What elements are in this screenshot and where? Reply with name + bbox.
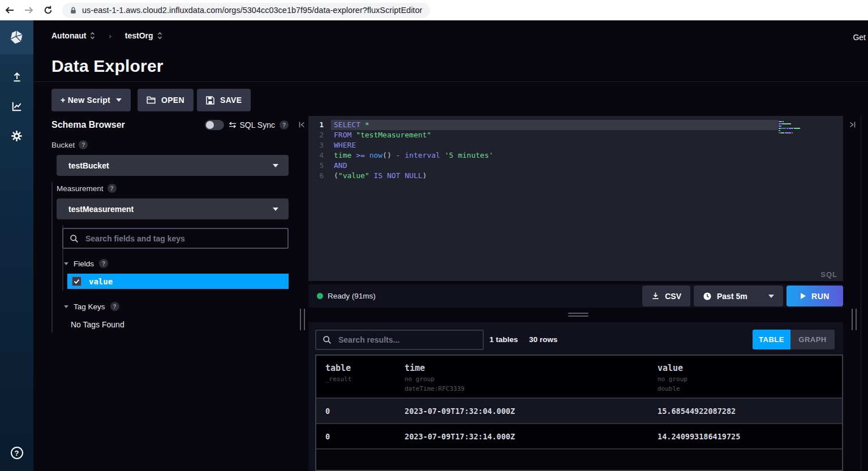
code-token: FROM <box>334 131 351 139</box>
sql-editor[interactable]: 123456 SELECT *FROM "testMeasurement"WHE… <box>308 116 843 281</box>
url-bar[interactable]: us-east-1-1.aws.cloud2.influxdata.com/or… <box>62 3 430 18</box>
minimap-line <box>779 123 806 124</box>
minimap-line <box>779 120 806 122</box>
table-cell: 0 <box>325 432 405 441</box>
editor-code-line[interactable]: WHERE <box>331 140 778 150</box>
vertical-splitter-handle[interactable] <box>852 309 857 330</box>
csv-download-button[interactable]: CSV <box>642 286 690 306</box>
explore-graph-icon[interactable] <box>0 92 33 121</box>
results-search-input[interactable] <box>315 330 484 350</box>
page-title: Data Explorer <box>51 57 164 76</box>
breadcrumb: Autonaut › testOrg <box>51 31 162 40</box>
code-token: * <box>365 120 369 129</box>
editor-line-number: 2 <box>308 130 331 140</box>
tab-graph[interactable]: GRAPH <box>790 330 835 349</box>
run-button[interactable]: RUN <box>787 286 843 306</box>
settings-gear-icon[interactable] <box>0 121 33 150</box>
upload-icon[interactable] <box>0 62 33 92</box>
open-button[interactable]: OPEN <box>137 89 194 111</box>
help-glyph: ? <box>113 304 116 310</box>
sql-sync-label: SQL Sync <box>239 120 275 129</box>
fields-section-header[interactable]: Fields ? <box>64 259 108 268</box>
editor-code-line[interactable]: ("value" IS NOT NULL) <box>331 171 778 181</box>
bucket-dropdown[interactable]: testBucket <box>57 155 289 176</box>
bucket-selected-value: testBucket <box>68 161 109 170</box>
influxdb-logo[interactable] <box>0 20 33 54</box>
chevron-down-icon <box>273 208 278 211</box>
vertical-splitter-handle[interactable] <box>300 309 305 330</box>
help-glyph: ? <box>110 185 113 192</box>
code-token <box>440 151 445 159</box>
checkbox-check-icon <box>73 278 80 285</box>
sort-chevrons-icon <box>157 32 162 40</box>
field-item-value[interactable]: value <box>67 274 289 289</box>
schema-browser-title: Schema Browser <box>51 120 125 130</box>
breadcrumb-org-label: testOrg <box>125 31 153 40</box>
save-button[interactable]: SAVE <box>197 89 251 111</box>
tab-table[interactable]: TABLE <box>753 330 790 349</box>
sql-sync-toggle[interactable] <box>205 120 224 130</box>
browser-forward-icon[interactable] <box>19 2 38 19</box>
breadcrumb-org[interactable]: testOrg <box>125 31 162 40</box>
column-subtitle: _result <box>325 375 405 383</box>
minimap-line <box>779 132 806 133</box>
expand-right-panel-icon[interactable] <box>848 120 857 131</box>
code-token <box>365 151 369 159</box>
editor-code-line[interactable]: AND <box>331 161 778 171</box>
measurement-label: Measurement <box>57 184 104 193</box>
time-range-dropdown[interactable]: Past 5m <box>694 286 783 306</box>
results-search <box>315 330 484 350</box>
time-range-value: Past 5m <box>717 292 747 301</box>
collapse-left-panel-icon[interactable] <box>298 120 306 131</box>
breadcrumb-project-label: Autonaut <box>51 31 86 40</box>
new-script-button[interactable]: + New Script <box>51 89 131 111</box>
results-table: table_resulttimeno groupdateTime:RFC3339… <box>315 355 843 471</box>
no-tags-message: No Tags Found <box>71 320 124 329</box>
help-glyph: ? <box>102 261 105 267</box>
help-hint-icon[interactable]: ? <box>79 140 88 149</box>
help-hint-icon[interactable]: ? <box>99 259 108 268</box>
code-token: AND <box>334 161 347 170</box>
lock-icon <box>69 6 78 15</box>
help-hint-icon[interactable]: ? <box>280 120 289 129</box>
table-column-header: table_result <box>325 363 405 397</box>
browser-back-icon[interactable] <box>0 2 19 19</box>
tag-keys-section-header[interactable]: Tag Keys ? <box>64 302 119 311</box>
editor-minimap[interactable] <box>779 120 806 134</box>
editor-code[interactable]: SELECT *FROM "testMeasurement"WHEREtime … <box>331 120 778 181</box>
help-hint-icon[interactable]: ? <box>110 302 119 311</box>
help-icon[interactable]: ? <box>0 438 33 468</box>
code-token: ) <box>423 171 427 180</box>
editor-code-line[interactable]: FROM "testMeasurement" <box>331 130 778 140</box>
minimap-line <box>779 127 806 129</box>
table-cell: 15.68544922087282 <box>658 407 842 416</box>
view-toggle: TABLE GRAPH <box>753 330 835 349</box>
editor-code-line[interactable]: SELECT * <box>331 120 778 130</box>
new-script-label: + New Script <box>61 96 110 105</box>
run-label: RUN <box>811 292 830 301</box>
csv-label: CSV <box>665 292 681 301</box>
get-credit-link[interactable]: Get <box>853 33 866 42</box>
field-checkbox[interactable] <box>72 276 81 286</box>
title-divider <box>34 81 868 82</box>
measurement-label-row: Measurement ? <box>57 184 117 193</box>
download-icon <box>651 292 660 300</box>
browser-reload-icon[interactable] <box>38 2 58 19</box>
table-cell: 2023-07-09T17:32:04.000Z <box>405 407 658 416</box>
open-label: OPEN <box>161 96 184 105</box>
horizontal-splitter-handle[interactable] <box>568 313 588 318</box>
help-hint-icon[interactable]: ? <box>108 184 117 193</box>
clock-icon <box>703 292 712 301</box>
code-token: IS NOT NULL <box>373 171 422 180</box>
status-text: Ready (91ms) <box>328 292 376 300</box>
chevron-down-icon <box>273 164 278 167</box>
table-row: 02023-07-09T17:32:14.000Z14.240993186419… <box>316 424 842 450</box>
minimap-line <box>779 125 806 127</box>
tables-count: 1 tables <box>489 335 518 344</box>
schema-search-input[interactable] <box>62 228 289 249</box>
measurement-dropdown[interactable]: testMeasurement <box>57 198 289 219</box>
tree-indent-line <box>51 182 53 332</box>
editor-code-line[interactable]: time >= now() - interval '5 minutes' <box>331 150 778 161</box>
fields-label: Fields <box>74 260 94 268</box>
breadcrumb-project[interactable]: Autonaut <box>51 31 95 40</box>
